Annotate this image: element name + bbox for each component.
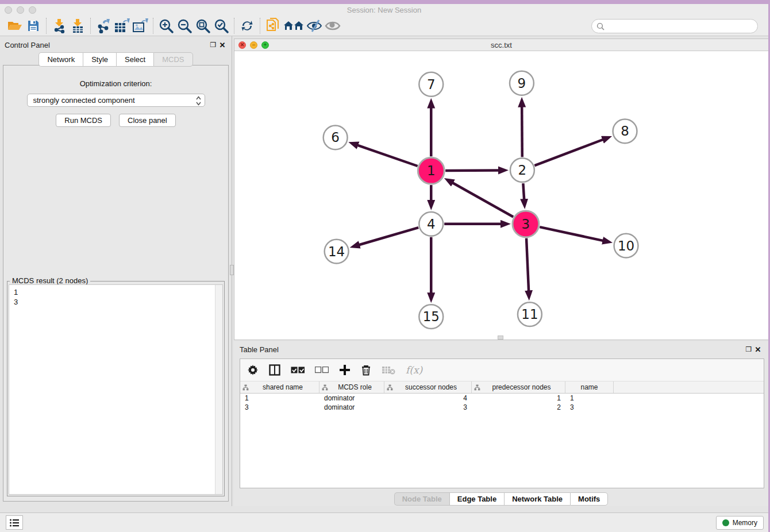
graph-edge-3-11[interactable] (526, 238, 529, 292)
memory-button[interactable]: Memory (716, 516, 764, 530)
table-settings-button[interactable] (247, 362, 259, 378)
table-row[interactable]: 1dominator411 (240, 394, 764, 403)
graph-edge-2-9[interactable] (522, 106, 522, 157)
tab-motifs[interactable]: Motifs (570, 492, 608, 506)
graph-node-label-11: 11 (521, 307, 538, 322)
status-bar: Memory (0, 512, 768, 532)
select-all-button[interactable] (291, 362, 305, 378)
column-header-MCDS-role[interactable]: MCDS role (319, 381, 384, 393)
show-details-button[interactable] (324, 17, 342, 34)
export-table-button[interactable] (113, 17, 131, 34)
search-icon (596, 22, 605, 30)
mcds-result-text: 1 3 (9, 285, 222, 309)
desktop-background-strip (0, 0, 770, 4)
open-session-button[interactable] (6, 17, 24, 34)
graph-edge-3-1[interactable] (452, 182, 513, 217)
application-window: Session: New Session (0, 0, 770, 532)
graph-edge-4-14[interactable] (358, 228, 418, 245)
save-session-button[interactable] (24, 17, 43, 34)
documents-network-icon (265, 18, 280, 34)
column-header-label: MCDS role (328, 383, 382, 391)
network-graph[interactable]: 7968124314101511 (234, 51, 768, 340)
graph-edge-1-6[interactable] (356, 145, 417, 166)
tab-edge-table[interactable]: Edge Table (449, 492, 504, 506)
open-folder-icon (7, 20, 22, 32)
add-column-button[interactable] (339, 362, 351, 378)
graph-edge-2-3[interactable] (523, 183, 524, 201)
table-cell[interactable]: 4 (384, 394, 472, 403)
new-network-from-selection-button[interactable] (264, 17, 282, 34)
toolbar-separator (153, 18, 153, 34)
houses-button[interactable] (282, 17, 305, 34)
close-panel-button[interactable]: Close panel (119, 114, 176, 127)
toolbar-separator (90, 18, 91, 34)
search-box[interactable] (591, 19, 758, 33)
mcds-result-title: MCDS result (2 nodes) (10, 276, 90, 285)
table-cell[interactable]: 2 (472, 403, 565, 412)
delete-table-button[interactable] (382, 362, 395, 378)
column-header-name[interactable]: name (565, 381, 614, 393)
table-cell[interactable]: 3 (565, 403, 614, 412)
divider-grip[interactable] (230, 265, 234, 275)
float-panel-icon[interactable]: ❒ (209, 41, 218, 49)
zoom-in-button[interactable] (157, 17, 175, 34)
tab-network[interactable]: Network (38, 52, 83, 67)
function-builder-button[interactable]: f(x) (406, 362, 422, 378)
result-scrollbar[interactable] (215, 285, 222, 494)
network-window-titlebar[interactable]: ✕ − + scc.txt (234, 39, 768, 51)
column-header-predecessor-nodes[interactable]: predecessor nodes (472, 381, 565, 393)
network-view-window: ✕ − + scc.txt 7968124314101511 (234, 38, 769, 340)
toolbar-separator (234, 18, 234, 34)
table-cell[interactable]: dominator (319, 403, 384, 412)
refresh-button[interactable] (238, 17, 256, 34)
table-cell[interactable]: 3 (384, 403, 472, 412)
tab-style[interactable]: Style (83, 52, 116, 67)
toolbar-separator (46, 18, 47, 34)
export-network-button[interactable] (94, 17, 113, 34)
trash-icon (361, 364, 371, 376)
task-history-button[interactable] (6, 515, 23, 530)
table-cell[interactable]: 1 (565, 394, 614, 403)
column-header-successor-nodes[interactable]: successor nodes (384, 381, 472, 393)
table-body: 1dominator4113dominator323 (240, 394, 764, 412)
table-row[interactable]: 3dominator323 (240, 403, 764, 412)
graph-edge-2-8[interactable] (534, 139, 604, 165)
criterion-dropdown[interactable]: strongly connected component (27, 94, 205, 107)
table-cell[interactable]: dominator (319, 394, 384, 403)
run-mcds-button[interactable]: Run MCDS (56, 114, 111, 127)
float-table-panel-icon[interactable]: ❒ (744, 345, 753, 353)
close-panel-icon[interactable]: ✕ (218, 41, 227, 49)
delete-table-icon (382, 365, 395, 375)
column-header-shared-name[interactable]: shared name (240, 381, 319, 393)
zoom-selected-button[interactable] (212, 17, 230, 34)
tab-network-table[interactable]: Network Table (504, 492, 570, 506)
mcds-result-area[interactable]: 1 3 (9, 284, 223, 495)
tab-node-table[interactable]: Node Table (394, 492, 449, 506)
search-input[interactable] (605, 22, 757, 30)
export-image-button[interactable] (131, 17, 149, 34)
close-table-panel-icon[interactable]: ✕ (753, 345, 763, 354)
tab-select[interactable]: Select (116, 52, 153, 67)
export-image-icon (132, 18, 148, 33)
column-header-label: predecessor nodes (480, 383, 563, 391)
graph-node-label-9: 9 (518, 76, 526, 91)
control-panel-tabs: Network Style Select MCDS (0, 52, 232, 67)
show-column-panel-button[interactable] (269, 362, 280, 378)
table-cell[interactable]: 1 (240, 394, 319, 403)
hide-labels-button[interactable] (305, 17, 324, 34)
delete-column-button[interactable] (361, 362, 371, 378)
import-table-button[interactable] (68, 17, 87, 34)
import-network-button[interactable] (50, 17, 68, 34)
graph-edge-1-2[interactable] (445, 170, 500, 171)
graph-node-label-6: 6 (331, 130, 340, 145)
zoom-fit-button[interactable] (194, 17, 212, 34)
zoom-out-button[interactable] (175, 17, 194, 34)
graph-edge-3-10[interactable] (540, 227, 604, 241)
network-canvas[interactable]: 7968124314101511 (234, 51, 768, 340)
deselect-all-button[interactable] (315, 362, 329, 378)
table-cell[interactable]: 1 (472, 394, 565, 403)
export-network-icon (96, 18, 111, 33)
canvas-divider-grip[interactable] (498, 336, 503, 340)
tab-mcds[interactable]: MCDS (153, 52, 192, 67)
table-cell[interactable]: 3 (240, 403, 319, 412)
